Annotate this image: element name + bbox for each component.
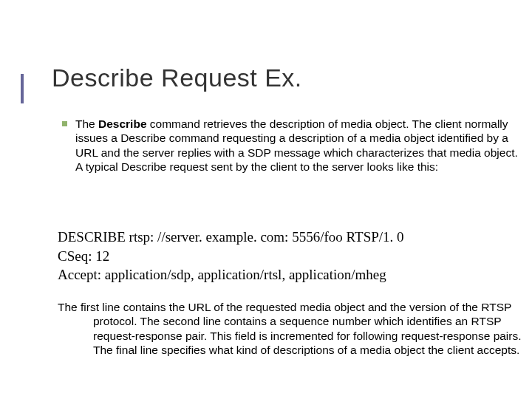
- code-line-3: Accept: application/sdp, application/rts…: [58, 265, 517, 284]
- bullet-lead-before: The: [75, 117, 98, 130]
- slide-title: Describe Request Ex.: [52, 64, 517, 92]
- code-block: DESCRIBE rtsp: //server. example. com: 5…: [58, 228, 517, 284]
- bullet-square-icon: [62, 121, 67, 126]
- code-line-2: CSeq: 12: [58, 247, 517, 266]
- title-accent-bar: [21, 74, 24, 103]
- bullet-text: The Describe command retrieves the descr…: [75, 117, 525, 174]
- bullet-block: The Describe command retrieves the descr…: [75, 117, 525, 174]
- footer-text: The first line contains the URL of the r…: [58, 300, 525, 358]
- footer-block: The first line contains the URL of the r…: [58, 300, 525, 358]
- bullet-lead-bold: Describe: [98, 117, 146, 130]
- slide: Describe Request Ex. The Describe comman…: [0, 0, 532, 399]
- title-container: Describe Request Ex.: [52, 64, 517, 92]
- code-line-1: DESCRIBE rtsp: //server. example. com: 5…: [58, 228, 517, 247]
